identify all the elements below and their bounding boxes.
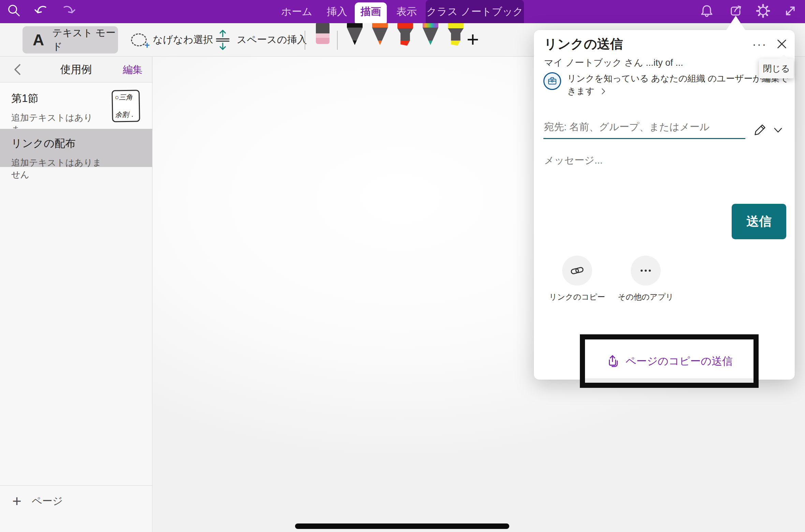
send-link-dialog: リンクの送信 ··· 閉じる マイ ノートブック さん ...ity of ..… <box>534 30 795 380</box>
ribbon-divider <box>305 31 305 50</box>
lasso-icon <box>131 33 147 46</box>
lasso-select-button[interactable]: なげなわ選択 <box>131 23 213 57</box>
sidebar-header: 使用例 編集 <box>0 57 152 82</box>
insert-space-button[interactable]: スペースの挿入 <box>215 23 307 57</box>
top-app-bar: ホーム 挿入 描画 表示 クラス ノートブック <box>0 0 805 23</box>
page-list-sidebar: 使用例 編集 第1節 追加テキストはありま… ○三角 余割． リンクの配布 追加… <box>0 57 152 532</box>
chevron-right-icon <box>600 88 606 95</box>
page-list-item[interactable]: 第1節 追加テキストはありま… ○三角 余割． <box>0 82 152 129</box>
link-permission-row[interactable]: リンクを知っている あなたの組織 のユーザーが編集できます <box>543 72 791 97</box>
dialog-title: リンクの送信 <box>544 35 623 53</box>
link-icon <box>562 256 592 286</box>
settings-gear-icon[interactable] <box>755 3 771 19</box>
add-pen-button[interactable]: + <box>467 27 479 51</box>
ellipsis-icon <box>631 256 661 286</box>
send-page-copy-link[interactable]: ページのコピーの送信 <box>626 354 733 368</box>
more-options-button[interactable]: ··· <box>749 35 771 53</box>
chevron-down-icon[interactable] <box>773 126 784 135</box>
tab-view[interactable]: 表示 <box>390 0 424 23</box>
ribbon-divider <box>337 31 338 50</box>
tab-draw[interactable]: 描画 <box>355 2 387 23</box>
notebook-subtitle: マイ ノートブック さん ...ity of ... <box>544 57 683 69</box>
close-icon[interactable] <box>775 37 789 51</box>
rainbow-pen-tool[interactable] <box>423 22 438 45</box>
onenote-app: ホーム 挿入 描画 表示 クラス ノートブック A テキスト モード なげなわ選… <box>0 0 805 532</box>
message-input[interactable] <box>543 153 769 169</box>
insert-space-icon <box>215 29 231 51</box>
edit-button[interactable]: 編集 <box>123 57 143 82</box>
briefcase-icon <box>543 72 561 90</box>
page-thumbnail: ○三角 余割． <box>112 90 140 122</box>
black-pen-tool[interactable] <box>347 22 363 45</box>
text-mode-button[interactable]: A テキスト モード <box>23 26 118 54</box>
undo-icon[interactable] <box>33 3 50 19</box>
add-page-button[interactable]: + ページ <box>0 485 152 509</box>
tab-class-notebook[interactable]: クラス ノートブック <box>426 0 524 23</box>
more-apps-action[interactable]: その他のアプリ <box>616 256 675 302</box>
tab-insert[interactable]: 挿入 <box>320 0 354 23</box>
home-indicator-bar[interactable] <box>295 523 509 529</box>
text-mode-a-icon: A <box>33 31 44 49</box>
send-copy-icon <box>606 354 621 369</box>
page-list-item-selected[interactable]: リンクの配布 追加テキストはありません <box>0 129 152 167</box>
redo-icon[interactable] <box>60 3 76 19</box>
search-icon[interactable] <box>6 3 23 19</box>
send-button[interactable]: 送信 <box>732 204 786 239</box>
fullscreen-expand-icon[interactable] <box>782 3 799 19</box>
notifications-bell-icon[interactable] <box>699 3 715 19</box>
pencil-icon[interactable] <box>753 122 769 138</box>
orange-pen-tool[interactable] <box>372 22 388 45</box>
dialog-caret <box>726 16 746 31</box>
yellow-highlighter-tool[interactable] <box>448 22 464 46</box>
send-page-copy-highlight: ページのコピーの送信 <box>580 334 759 388</box>
red-highlighter-tool[interactable] <box>397 22 413 46</box>
close-tooltip: 閉じる <box>759 59 794 78</box>
recipient-input[interactable] <box>543 119 745 139</box>
tab-home[interactable]: ホーム <box>276 0 317 23</box>
plus-icon: + <box>12 493 21 509</box>
eraser-tool[interactable] <box>316 22 330 44</box>
copy-link-action[interactable]: リンクのコピー <box>547 256 607 302</box>
